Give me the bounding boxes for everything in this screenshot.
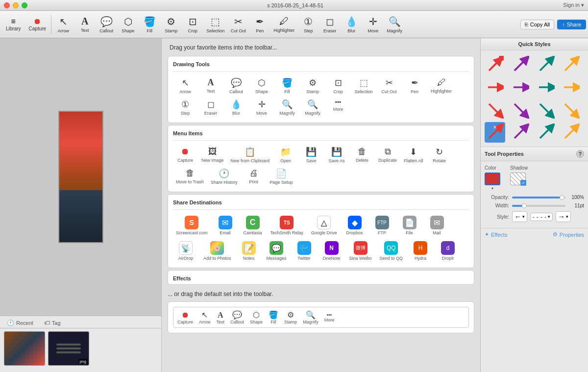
tag-tab[interactable]: 🏷 Tag [41,318,64,328]
qs-arrow-yellow-4[interactable] [561,122,581,143]
tool-step[interactable]: ①Step [173,97,197,118]
tool-cutout[interactable]: ✂Cut Out [377,75,401,96]
menu-duplicate[interactable]: ⧉Duplicate [375,145,400,165]
recent-tab[interactable]: 🕐 Recent [4,318,36,328]
menu-new-clipboard[interactable]: 📋New from Clipboard [228,145,273,165]
tool-shape[interactable]: ⬡Shape [249,75,274,96]
ddt-fill[interactable]: 🪣Fill [267,309,280,325]
toolbar-tool-highlighter[interactable]: 🖊Highlighter [270,15,297,34]
share-email[interactable]: ✉ Email [213,214,238,237]
toolbar-tool-text[interactable]: AText [74,15,96,34]
minimize-button[interactable] [13,2,19,8]
help-button[interactable]: ? [576,150,584,158]
tool-callout[interactable]: 💬Callout [224,75,248,96]
share-ftp[interactable]: FTP FTP [369,214,395,237]
dialog-scroll-area[interactable]: Drawing Tools ↖Arrow AText 💬Callout ⬡Sha… [162,54,480,338]
share-qq[interactable]: QQ Send to QQ [376,239,406,263]
properties-button[interactable]: ⚙ Properties [553,231,584,238]
qs-arrow-red-1[interactable] [485,54,505,75]
tool-magnify1[interactable]: 🔍Magnify [275,97,299,118]
qs-arrow-purple-3[interactable] [510,99,531,120]
ddt-shape[interactable]: ⬡Shape [248,309,265,325]
qs-arrow-purple-1[interactable] [510,54,531,75]
tool-stamp[interactable]: ⚙Stamp [300,75,325,96]
tool-crop[interactable]: ⊡Crop [326,75,350,96]
style-start-picker[interactable]: ← ▾ [512,211,527,222]
toolbar-tool-stamp[interactable]: ⚙Stamp [160,15,182,34]
library-menu-item[interactable]: ≡ Library [2,16,25,32]
toolbar-tool-pen[interactable]: ✒Pen [249,15,270,34]
tool-pen[interactable]: ✒Pen [402,75,427,96]
thumbnail-item[interactable]: png [48,331,89,366]
share-photos[interactable]: 🌸 Add to Photos [200,239,234,263]
tool-highlighter[interactable]: 🖊Highlighter [428,75,455,96]
qs-arrow-yellow-1[interactable] [561,54,581,75]
share-file[interactable]: 📄 File [397,214,422,237]
menu-rotate[interactable]: ↻Rotate [427,145,452,165]
color-dropdown-arrow[interactable]: ▾ [485,186,500,191]
tool-eraser[interactable]: ◻Eraser [198,97,223,118]
toolbar-tool-step[interactable]: ①Step [297,15,319,34]
qs-arrow-red-3[interactable] [485,99,505,120]
toolbar-tool-blur[interactable]: 💧Blur [341,15,362,34]
share-onenote[interactable]: N OneNote [319,239,344,263]
copy-all-button[interactable]: ⎘ Copy All [520,20,554,29]
tool-move[interactable]: ✛Move [249,97,274,118]
ddt-more[interactable]: •••More [322,311,337,323]
share-weibo[interactable]: 微博 Sina Weibo [346,239,375,263]
share-button[interactable]: ↑ Share [557,20,586,29]
thumbnail-item[interactable] [4,331,45,366]
menu-delete[interactable]: 🗑Delete [350,145,374,165]
ddt-magnify[interactable]: 🔍Magnify [301,309,320,325]
share-droplr[interactable]: d Droplr [435,239,461,263]
tool-text[interactable]: AText [198,75,223,96]
menu-open[interactable]: 📁Open [273,145,298,165]
menu-flatten-all[interactable]: ⬇Flatten All [401,145,426,165]
qs-arrow-teal-4[interactable] [536,122,556,143]
share-gdrive[interactable]: △ Google Drive [308,214,340,237]
toolbar-tool-selection[interactable]: ⬚Selection [203,15,227,34]
share-airdrop[interactable]: 📡 AirDrop [173,239,198,263]
toolbar-tool-arrow[interactable]: ↖Arrow [52,15,74,34]
qs-arrow-yellow-2[interactable] [561,77,581,98]
menu-save-as[interactable]: 💾Save As [324,145,349,165]
menu-print[interactable]: 🖨Print [242,166,266,187]
toolbar-tool-shape[interactable]: ⬡Shape [117,15,139,34]
tool-selection[interactable]: ⬚Selection [351,75,376,96]
ddt-stamp[interactable]: ⚙Stamp [282,309,299,325]
toolbar-tool-cutout[interactable]: ✂Cut Out [227,15,249,34]
tool-blur[interactable]: 💧Blur [224,97,248,118]
style-end-picker[interactable]: → ▾ [556,211,571,222]
shadow-swatch[interactable]: ✓ [510,173,526,185]
toolbar-tool-callout[interactable]: 💬Callout [96,15,117,34]
qs-arrow-purple-4[interactable] [510,122,531,143]
maximize-button[interactable] [22,2,27,8]
menu-trash[interactable]: 🗑Move to Trash [173,166,207,187]
share-twitter[interactable]: 🐦 Twitter [292,239,317,263]
effects-button[interactable]: ✦ Recent Effects [485,231,507,238]
tool-fill[interactable]: 🪣Fill [275,75,299,96]
qs-arrow-teal-1[interactable] [536,54,556,75]
share-notes[interactable]: 📝 Notes [236,239,262,263]
tool-magnify2[interactable]: 🔍Magnify [300,97,325,118]
ddt-arrow[interactable]: ↖Arrow [197,309,213,325]
tool-arrow[interactable]: ↖Arrow [173,75,197,96]
share-hydra[interactable]: H Hydra [408,239,433,263]
menu-new-image[interactable]: 🖼New Image [198,145,227,165]
opacity-thumb[interactable] [560,195,564,200]
qs-arrow-selected[interactable]: ✕ [485,122,505,143]
menu-capture[interactable]: ⏺Capture [173,145,197,165]
canvas-area[interactable] [0,38,161,316]
shadow-checkbox[interactable]: ✓ [520,180,526,186]
menu-page-setup[interactable]: 📄Page Setup [267,166,296,187]
ddt-text[interactable]: AText [215,310,227,325]
share-mail[interactable]: ✉ Mail [424,214,450,237]
share-camtasia[interactable]: C Camtasia [240,214,266,237]
style-line-picker[interactable]: - - - - ▾ [530,213,553,221]
qs-arrow-yellow-3[interactable] [561,99,581,120]
capture-menu-item[interactable]: ⏺ Capture [25,16,50,32]
width-thumb[interactable] [522,203,527,208]
ddt-callout[interactable]: 💬Callout [228,309,246,325]
menu-save[interactable]: 💾Save [299,145,323,165]
share-messages[interactable]: 💬 Messages [264,239,290,263]
